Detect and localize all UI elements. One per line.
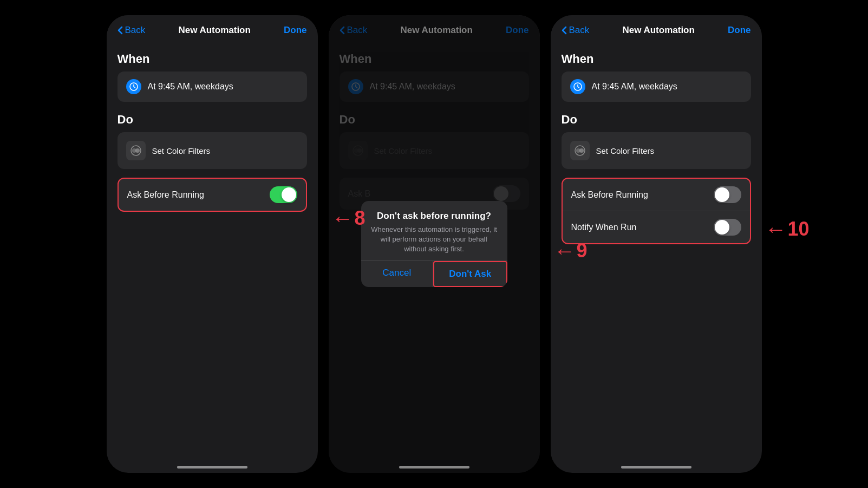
done-button-3[interactable]: Done bbox=[728, 25, 751, 36]
toggle-label-1: Ask Before Running bbox=[127, 190, 204, 200]
do-action-1: Set Color Filters bbox=[152, 146, 211, 155]
step-10-label: 10 bbox=[787, 219, 809, 239]
toggle-label-3a: Ask Before Running bbox=[571, 190, 648, 200]
screen1: Back New Automation Done When At 9:45 AM… bbox=[107, 15, 318, 473]
do-item-3: Set Color Filters bbox=[562, 132, 751, 169]
do-action-3: Set Color Filters bbox=[596, 146, 655, 155]
toggle-label-3b: Notify When Run bbox=[571, 223, 637, 232]
dialog-box: Don't ask before running? Whenever this … bbox=[361, 201, 507, 288]
chevron-left-icon-3 bbox=[562, 26, 567, 35]
dialog-content: Don't ask before running? Whenever this … bbox=[361, 201, 507, 261]
screen1-wrapper: Back New Automation Done When At 9:45 AM… bbox=[107, 15, 318, 473]
content-3: When At 9:45 AM, weekdays Do bbox=[551, 41, 762, 250]
back-button-1[interactable]: Back bbox=[118, 25, 146, 36]
screens-container: Back New Automation Done When At 9:45 AM… bbox=[96, 15, 773, 473]
arrow-8-icon: ← bbox=[331, 207, 353, 229]
arrow-9-icon: ← bbox=[553, 240, 575, 262]
svg-point-11 bbox=[579, 148, 584, 153]
cancel-button[interactable]: Cancel bbox=[361, 261, 434, 287]
annotation-8: ← 8 bbox=[331, 207, 365, 229]
do-label-3: Do bbox=[562, 113, 751, 127]
nav-bar-3: Back New Automation Done bbox=[551, 15, 762, 41]
filters-svg bbox=[130, 145, 142, 157]
toggle-section-3: Ask Before Running Notify When Run bbox=[562, 178, 751, 244]
color-filters-icon-1 bbox=[126, 141, 146, 160]
done-button-1[interactable]: Done bbox=[284, 25, 307, 36]
when-label-3: When bbox=[562, 52, 751, 66]
ask-before-running-toggle-3[interactable] bbox=[714, 186, 741, 203]
step-9-label: 9 bbox=[576, 241, 587, 261]
toggle-row-3b: Notify When Run bbox=[563, 211, 750, 243]
do-item-1: Set Color Filters bbox=[118, 132, 307, 169]
nav-title-3: New Automation bbox=[622, 25, 694, 36]
clock-icon-3 bbox=[570, 79, 585, 94]
dialog-overlay: Don't ask before running? Whenever this … bbox=[329, 15, 540, 473]
annotation-10: ← 10 bbox=[765, 218, 809, 240]
when-row-1: At 9:45 AM, weekdays bbox=[118, 71, 307, 102]
screen2-wrapper: Back New Automation Done When At 9:45 AM… bbox=[329, 15, 540, 473]
clock-svg bbox=[129, 82, 138, 91]
dialog-title: Don't ask before running? bbox=[370, 211, 499, 222]
chevron-left-icon bbox=[118, 26, 123, 35]
when-time-3: At 9:45 AM, weekdays bbox=[592, 82, 677, 92]
dialog-actions: Cancel Don't Ask bbox=[361, 261, 507, 287]
svg-point-3 bbox=[135, 148, 140, 153]
toggle-row-3a: Ask Before Running bbox=[563, 179, 750, 211]
step-8-label: 8 bbox=[354, 209, 365, 228]
filters-svg-3 bbox=[574, 145, 586, 157]
content-1: When At 9:45 AM, weekdays Do bbox=[107, 41, 318, 217]
toggle-section-1: Ask Before Running bbox=[118, 178, 307, 212]
when-row-3: At 9:45 AM, weekdays bbox=[562, 71, 751, 102]
ask-before-running-toggle-1[interactable] bbox=[270, 186, 297, 203]
when-time-1: At 9:45 AM, weekdays bbox=[148, 82, 233, 92]
when-label-1: When bbox=[118, 52, 307, 66]
dont-ask-button[interactable]: Don't Ask bbox=[433, 261, 507, 287]
clock-svg-3 bbox=[573, 82, 582, 91]
screen2: Back New Automation Done When At 9:45 AM… bbox=[329, 15, 540, 473]
clock-icon-1 bbox=[126, 79, 141, 94]
back-label-1: Back bbox=[125, 25, 146, 36]
nav-title-1: New Automation bbox=[178, 25, 250, 36]
home-indicator-3 bbox=[621, 466, 691, 469]
back-button-3[interactable]: Back bbox=[562, 25, 590, 36]
do-label-1: Do bbox=[118, 113, 307, 127]
toggle-row-1: Ask Before Running bbox=[119, 179, 306, 211]
annotation-9: ← 9 bbox=[553, 240, 587, 262]
dialog-message: Whenever this automation is triggered, i… bbox=[370, 225, 499, 255]
notify-when-run-toggle[interactable] bbox=[714, 219, 741, 236]
color-filters-icon-3 bbox=[570, 141, 590, 160]
back-label-3: Back bbox=[569, 25, 590, 36]
nav-bar-1: Back New Automation Done bbox=[107, 15, 318, 41]
home-indicator-2 bbox=[399, 466, 469, 469]
arrow-10-icon: ← bbox=[765, 218, 786, 240]
home-indicator-1 bbox=[177, 466, 247, 469]
